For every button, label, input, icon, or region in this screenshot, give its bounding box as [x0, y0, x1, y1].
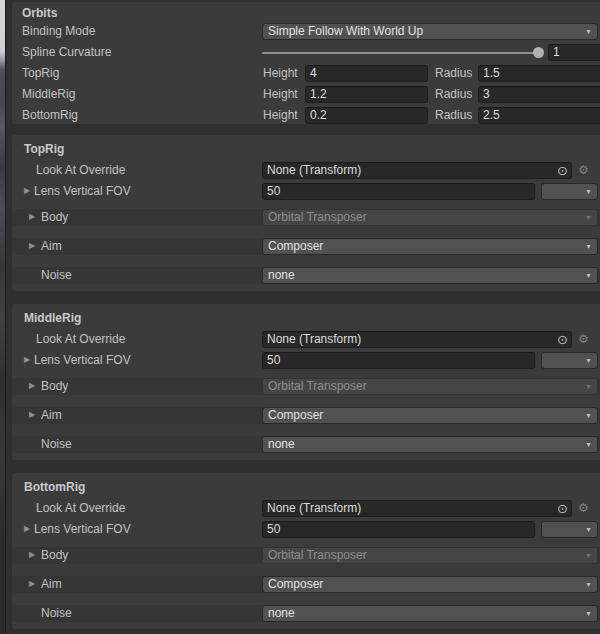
- foldout-arrow-icon[interactable]: ▶: [24, 524, 30, 534]
- height-label: Height: [263, 87, 298, 102]
- binding-mode-row: Binding Mode Simple Follow With World Up…: [12, 23, 600, 40]
- chevron-down-icon: ▼: [585, 383, 592, 391]
- body-dropdown: Orbital Transposer ▼: [262, 378, 598, 395]
- chevron-down-icon: ▼: [585, 412, 592, 420]
- look-at-override-object-field[interactable]: None (Transform) ⊙: [262, 162, 572, 179]
- aim-label: Aim: [41, 239, 62, 254]
- aim-dropdown[interactable]: Composer ▼: [262, 238, 598, 255]
- object-picker-icon[interactable]: ⊙: [557, 163, 568, 179]
- lens-vertical-fov-label: Lens Vertical FOV: [34, 522, 131, 537]
- orbits-group: Orbits Binding Mode Simple Follow With W…: [12, 2, 600, 124]
- radius-input[interactable]: 1.5: [478, 65, 600, 82]
- aim-dropdown[interactable]: Composer ▼: [262, 576, 598, 593]
- spline-curvature-value: 1: [553, 45, 560, 59]
- height-value: 1.2: [310, 87, 327, 101]
- aim-label: Aim: [41, 577, 62, 592]
- chevron-down-icon: ▼: [585, 526, 592, 534]
- orbit-rig-row: TopRig Height 4 Radius 1.5: [12, 65, 600, 82]
- radius-label: Radius: [435, 87, 472, 102]
- rig-section: MiddleRig Look At Override None (Transfo…: [12, 304, 600, 460]
- foldout-arrow-icon[interactable]: ▶: [29, 212, 35, 222]
- height-input[interactable]: 1.2: [305, 86, 428, 103]
- look-at-override-value: None (Transform): [267, 163, 361, 177]
- radius-value: 2.5: [483, 108, 500, 122]
- noise-value: none: [268, 606, 295, 620]
- noise-dropdown[interactable]: none ▼: [262, 605, 598, 622]
- chevron-down-icon: ▼: [585, 214, 592, 222]
- body-dropdown: Orbital Transposer ▼: [262, 547, 598, 564]
- foldout-arrow-icon[interactable]: ▶: [24, 355, 30, 365]
- body-row: ▶ Body Orbital Transposer ▼: [12, 378, 600, 395]
- lens-vertical-fov-label: Lens Vertical FOV: [34, 184, 131, 199]
- foldout-arrow-icon[interactable]: ▶: [29, 381, 35, 391]
- chevron-down-icon: ▼: [585, 28, 592, 36]
- noise-dropdown[interactable]: none ▼: [262, 436, 598, 453]
- aim-row: ▶ Aim Composer ▼: [12, 238, 600, 255]
- spline-curvature-input[interactable]: 1: [548, 44, 600, 61]
- gear-icon[interactable]: ⚙: [578, 501, 589, 516]
- noise-dropdown[interactable]: none ▼: [262, 267, 598, 284]
- height-input[interactable]: 0.2: [305, 107, 428, 124]
- height-label: Height: [263, 108, 298, 123]
- orbit-rig-name: BottomRig: [22, 108, 78, 123]
- aim-value: Composer: [268, 239, 323, 253]
- lens-preset-dropdown[interactable]: ▼: [541, 521, 598, 538]
- aim-dropdown[interactable]: Composer ▼: [262, 407, 598, 424]
- foldout-arrow-icon[interactable]: ▶: [29, 241, 35, 251]
- lens-fov-input[interactable]: 50: [262, 352, 535, 369]
- lens-preset-dropdown[interactable]: ▼: [541, 183, 598, 200]
- orbit-rig-name: TopRig: [22, 66, 59, 81]
- aim-value: Composer: [268, 408, 323, 422]
- foldout-arrow-icon[interactable]: ▶: [29, 550, 35, 560]
- body-value: Orbital Transposer: [268, 210, 367, 224]
- orbit-rig-row: BottomRig Height 0.2 Radius 2.5: [12, 107, 600, 124]
- radius-value: 1.5: [483, 66, 500, 80]
- radius-input[interactable]: 2.5: [478, 107, 600, 124]
- noise-row: Noise none ▼: [12, 267, 600, 284]
- look-at-override-object-field[interactable]: None (Transform) ⊙: [262, 500, 572, 517]
- orbits-header: Orbits: [12, 5, 600, 21]
- object-picker-icon[interactable]: ⊙: [557, 501, 568, 517]
- binding-mode-dropdown[interactable]: Simple Follow With World Up ▼: [262, 23, 598, 40]
- body-value: Orbital Transposer: [268, 548, 367, 562]
- spline-curvature-label: Spline Curvature: [22, 45, 111, 60]
- foldout-arrow-icon[interactable]: ▶: [29, 579, 35, 589]
- height-input[interactable]: 4: [305, 65, 428, 82]
- body-row: ▶ Body Orbital Transposer ▼: [12, 547, 600, 564]
- inspector-panel: Orbits Binding Mode Simple Follow With W…: [5, 0, 600, 634]
- lens-preset-dropdown[interactable]: ▼: [541, 352, 598, 369]
- noise-row: Noise none ▼: [12, 436, 600, 453]
- foldout-arrow-icon[interactable]: ▶: [29, 410, 35, 420]
- lens-vertical-fov-row: ▶ Lens Vertical FOV 50 ▼: [12, 183, 600, 200]
- lens-vertical-fov-row: ▶ Lens Vertical FOV 50 ▼: [12, 521, 600, 538]
- look-at-override-row: Look At Override None (Transform) ⊙ ⚙: [12, 500, 600, 517]
- gear-icon[interactable]: ⚙: [578, 332, 589, 347]
- height-value: 0.2: [310, 108, 327, 122]
- look-at-override-value: None (Transform): [267, 501, 361, 515]
- look-at-override-object-field[interactable]: None (Transform) ⊙: [262, 331, 572, 348]
- radius-label: Radius: [435, 66, 472, 81]
- aim-row: ▶ Aim Composer ▼: [12, 576, 600, 593]
- chevron-down-icon: ▼: [585, 610, 592, 618]
- lens-fov-input[interactable]: 50: [262, 183, 535, 200]
- chevron-down-icon: ▼: [585, 272, 592, 280]
- aim-row: ▶ Aim Composer ▼: [12, 407, 600, 424]
- chevron-down-icon: ▼: [585, 441, 592, 449]
- aim-label: Aim: [41, 408, 62, 423]
- noise-value: none: [268, 268, 295, 282]
- height-label: Height: [263, 66, 298, 81]
- rig-section-title: BottomRig: [12, 479, 600, 495]
- foldout-arrow-icon[interactable]: ▶: [24, 186, 30, 196]
- orbit-rig-rows: TopRig Height 4 Radius 1.5 MiddleRig Hei…: [12, 65, 600, 124]
- look-at-override-row: Look At Override None (Transform) ⊙ ⚙: [12, 331, 600, 348]
- object-picker-icon[interactable]: ⊙: [557, 332, 568, 348]
- spline-curvature-slider[interactable]: [262, 52, 538, 54]
- radius-input[interactable]: 3: [478, 86, 600, 103]
- look-at-override-label: Look At Override: [36, 332, 125, 347]
- chevron-down-icon: ▼: [585, 357, 592, 365]
- gear-icon[interactable]: ⚙: [578, 163, 589, 178]
- slider-handle[interactable]: [533, 47, 544, 58]
- radius-value: 3: [483, 87, 490, 101]
- rig-section-title: TopRig: [12, 141, 600, 157]
- lens-fov-input[interactable]: 50: [262, 521, 535, 538]
